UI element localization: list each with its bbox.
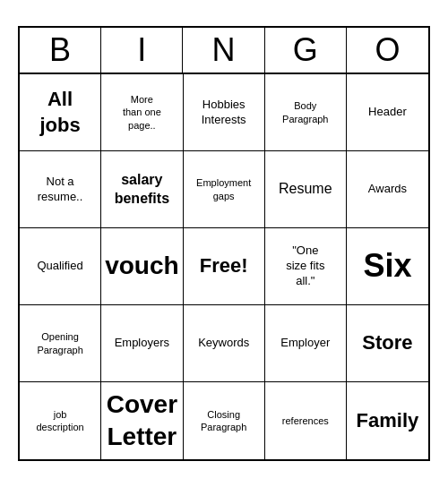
cell-text-23: references xyxy=(282,414,329,427)
bingo-header: BINGO xyxy=(20,28,428,74)
cell-text-1: More than one page.. xyxy=(123,93,161,132)
cell-text-20: job description xyxy=(36,408,83,434)
bingo-cell-24: Family xyxy=(347,382,428,459)
cell-text-0: All jobs xyxy=(39,87,80,138)
bingo-cell-21: Cover Letter xyxy=(101,382,183,459)
cell-text-21: Cover Letter xyxy=(107,389,177,454)
bingo-grid: All jobsMore than one page..Hobbies Inte… xyxy=(20,74,428,459)
cell-text-8: Resume xyxy=(279,180,332,199)
bingo-cell-11: vouch xyxy=(101,228,183,305)
bingo-cell-13: "One size fits all." xyxy=(265,228,347,305)
bingo-cell-9: Awards xyxy=(347,151,428,228)
bingo-cell-20: job description xyxy=(20,382,101,459)
bingo-cell-6: salary benefits xyxy=(101,151,183,228)
bingo-cell-19: Store xyxy=(347,305,428,382)
bingo-cell-14: Six xyxy=(347,228,428,305)
bingo-cell-1: More than one page.. xyxy=(101,74,183,151)
bingo-card: BINGO All jobsMore than one page..Hobbie… xyxy=(18,26,430,461)
cell-text-13: "One size fits all." xyxy=(286,244,324,289)
cell-text-17: Keywords xyxy=(198,336,249,351)
bingo-cell-18: Employer xyxy=(265,305,347,382)
cell-text-3: Body Paragraph xyxy=(282,99,328,125)
cell-text-2: Hobbies Interests xyxy=(202,98,246,128)
bingo-letter-g: G xyxy=(265,28,347,73)
bingo-cell-3: Body Paragraph xyxy=(265,74,347,151)
bingo-cell-15: Opening Paragraph xyxy=(20,305,101,382)
cell-text-24: Family xyxy=(357,408,419,434)
cell-text-12: Free! xyxy=(200,253,248,279)
cell-text-22: Closing Paragraph xyxy=(201,408,246,434)
cell-text-5: Not a resume.. xyxy=(38,175,83,205)
cell-text-9: Awards xyxy=(368,182,407,197)
cell-text-14: Six xyxy=(363,245,411,287)
cell-text-19: Store xyxy=(362,330,412,356)
bingo-letter-n: N xyxy=(183,28,264,73)
bingo-cell-17: Keywords xyxy=(184,305,265,382)
cell-text-6: salary benefits xyxy=(115,171,169,209)
cell-text-4: Header xyxy=(368,105,407,120)
bingo-cell-8: Resume xyxy=(265,151,347,228)
bingo-letter-o: O xyxy=(347,28,428,73)
bingo-cell-10: Qualified xyxy=(20,228,101,305)
cell-text-7: Employment gaps xyxy=(196,176,251,202)
bingo-letter-b: B xyxy=(20,28,101,73)
bingo-cell-7: Employment gaps xyxy=(184,151,265,228)
bingo-letter-i: I xyxy=(101,28,183,73)
bingo-cell-4: Header xyxy=(347,74,428,151)
bingo-cell-22: Closing Paragraph xyxy=(184,382,265,459)
bingo-cell-0: All jobs xyxy=(20,74,101,151)
bingo-cell-23: references xyxy=(265,382,347,459)
cell-text-11: vouch xyxy=(105,250,178,282)
bingo-cell-5: Not a resume.. xyxy=(20,151,101,228)
cell-text-15: Opening Paragraph xyxy=(37,330,82,356)
cell-text-18: Employer xyxy=(280,336,330,351)
bingo-cell-2: Hobbies Interests xyxy=(184,74,265,151)
bingo-cell-12: Free! xyxy=(184,228,265,305)
cell-text-16: Employers xyxy=(115,336,169,351)
cell-text-10: Qualified xyxy=(37,259,82,274)
bingo-cell-16: Employers xyxy=(101,305,183,382)
